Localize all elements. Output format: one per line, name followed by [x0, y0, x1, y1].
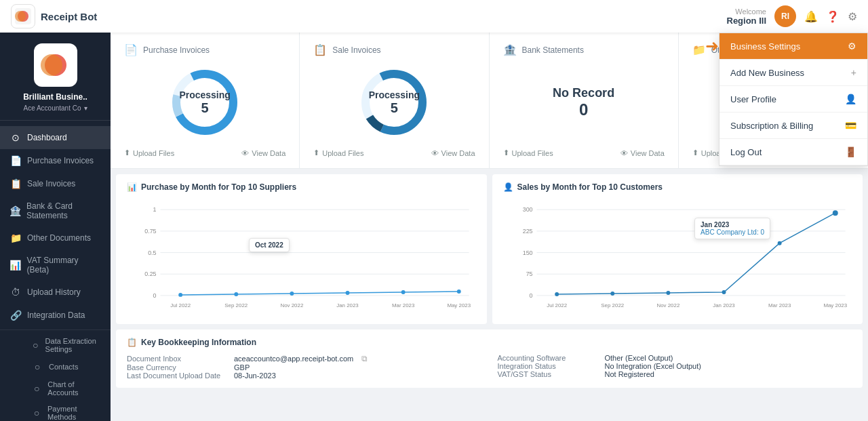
stat-card-footer-bank: ⬆ Upload Files 👁 View Data	[503, 148, 665, 157]
sidebar-item-bank-statements[interactable]: 🏦 Bank & Card Statements	[0, 195, 111, 226]
dropdown-item-add-business[interactable]: Add New Business +	[719, 60, 867, 86]
accounting-label: Accounting Software	[498, 354, 599, 362]
sidebar-item-label: Other Documents	[27, 233, 91, 243]
bar-chart-icon: 📊	[127, 182, 137, 192]
purchase-invoices-icon: 📄	[9, 155, 22, 166]
accounting-value: Other (Excel Output)	[605, 354, 673, 362]
brand-name: Brilliant Busine..	[23, 92, 87, 102]
view-data-button-pi[interactable]: 👁 View Data	[241, 149, 285, 157]
logo-icon	[11, 4, 35, 28]
integration-value: No Integration (Excel Output)	[605, 362, 701, 370]
sidebar-item-label: Bank & Card Statements	[26, 201, 101, 220]
upload-files-button-pi[interactable]: ⬆ Upload Files	[124, 148, 174, 157]
svg-point-52	[610, 292, 614, 296]
key-info-section: 📋 Key Bookkeeping Information Document I…	[116, 329, 863, 388]
sidebar: Brilliant Busine.. Ace Accountant Co ▾ ⊙…	[0, 33, 111, 421]
sale-invoices-icon: 📋	[9, 178, 22, 189]
other-docs-icon: 📁	[9, 233, 22, 243]
vat-value: Not Registered	[605, 370, 654, 378]
svg-text:Sep 2022: Sep 2022	[601, 302, 624, 308]
key-info-left: Document Inbox aceaccountco@app.receipt-…	[127, 354, 481, 380]
tooltip-val-sales: ABC Company Ltd: 0	[701, 228, 764, 236]
view-data-button-bs[interactable]: 👁 View Data	[620, 149, 665, 157]
sidebar-item-label: Sale Invoices	[27, 179, 75, 188]
bank-card-title: Bank Statements	[522, 45, 584, 55]
stat-card-purchase-invoices: 📄 Purchase Invoices Processing 5	[111, 33, 300, 168]
app-logo: Receipt Bot	[11, 4, 97, 28]
circle-icon: ○	[31, 361, 43, 372]
sidebar-item-purchase-invoices[interactable]: 📄 Purchase Invoices	[0, 149, 111, 172]
currency-label: Base Currency	[127, 363, 229, 372]
svg-point-54	[722, 290, 726, 294]
stat-card-footer: ⬆ Upload Files 👁 View Data	[124, 148, 285, 157]
key-info-grid: Document Inbox aceaccountco@app.receipt-…	[127, 354, 852, 380]
svg-text:75: 75	[526, 270, 532, 277]
bell-icon[interactable]: 🔔	[804, 10, 818, 23]
currency-value: GBP	[234, 363, 250, 372]
svg-text:0: 0	[529, 292, 532, 299]
svg-point-3	[15, 11, 26, 22]
svg-text:300: 300	[522, 206, 532, 213]
sales-chart-card: 👤 Sales by Month for Top 10 Customers 30…	[492, 174, 863, 324]
copy-icon[interactable]: ⧉	[361, 354, 368, 363]
sidebar-item-vat-summary[interactable]: 📊 VAT Summary (Beta)	[0, 249, 111, 281]
sidebar-item-payment-methods[interactable]: ○ Payment Methods	[22, 401, 111, 421]
sidebar-item-upload-history[interactable]: ⏱ Upload History	[0, 281, 111, 304]
sidebar-item-other-documents[interactable]: 📁 Other Documents	[0, 226, 111, 249]
no-record-text: No Record	[553, 86, 614, 100]
sidebar-item-label: Purchase Invoices	[27, 156, 94, 165]
donut-status: Processing	[179, 89, 230, 100]
sidebar-item-label: Dashboard	[27, 133, 67, 142]
svg-text:Mar 2023: Mar 2023	[392, 302, 415, 308]
dropdown-label: Log Out	[730, 147, 762, 157]
tooltip-date: Oct 2022	[255, 241, 283, 249]
upload-files-button-si[interactable]: ⬆ Upload Files	[313, 148, 363, 157]
view-icon: 👁	[431, 149, 439, 157]
account-switcher[interactable]: Ace Accountant Co ▾	[23, 104, 87, 112]
sales-chart-tooltip: Jan 2023 ABC Company Ltd: 0	[694, 218, 770, 239]
sidebar-item-chart-of-accounts[interactable]: ○ Chart of Accounts	[22, 376, 111, 401]
svg-text:150: 150	[522, 249, 532, 256]
sidebar-item-dashboard[interactable]: ⊙ Dashboard	[0, 126, 111, 149]
integration-label: Integration Status	[498, 362, 599, 370]
svg-point-31	[290, 292, 294, 296]
dropdown-item-business-settings[interactable]: Business Settings ⚙	[719, 33, 867, 60]
svg-text:Jan 2023: Jan 2023	[713, 302, 735, 308]
sidebar-item-integration-data[interactable]: 🔗 Integration Data	[0, 304, 111, 327]
sales-chart-title: 👤 Sales by Month for Top 10 Customers	[503, 182, 852, 192]
svg-point-6	[41, 54, 62, 76]
svg-point-30	[234, 292, 238, 296]
sidebar-item-contacts[interactable]: ○ Contacts	[22, 357, 111, 376]
tooltip-date-sales: Jan 2023	[701, 221, 764, 228]
help-icon[interactable]: ❓	[826, 10, 840, 23]
sales-chart-area: 300 225 150 75 0 Jul 2022 Sep 2022 Nov 2…	[503, 197, 852, 316]
subscription-icon: 💳	[845, 120, 856, 131]
key-info-row-currency: Base Currency GBP	[127, 363, 481, 372]
purchase-chart-tooltip: Oct 2022	[249, 238, 290, 252]
sale-invoices-card-icon: 📋	[313, 43, 327, 56]
donut-label: Processing 5	[179, 89, 230, 116]
dropdown-item-user-profile[interactable]: User Profile 👤	[719, 86, 867, 113]
upload-date-label: Last Document Upload Date	[127, 372, 229, 380]
svg-text:Jul 2022: Jul 2022	[547, 302, 567, 308]
view-data-button-si[interactable]: 👁 View Data	[431, 149, 475, 157]
dropdown-item-logout[interactable]: Log Out 🚪	[719, 139, 867, 165]
upload-files-button-bs[interactable]: ⬆ Upload Files	[503, 148, 553, 157]
circle-icon: ○	[31, 407, 42, 418]
svg-text:0: 0	[153, 292, 157, 299]
donut-count-sale: 5	[369, 100, 420, 116]
dropdown-menu: Business Settings ⚙ Add New Business + U…	[719, 33, 868, 166]
charts-row: 📊 Purchase by Month for Top 10 Suppliers…	[111, 169, 868, 329]
sidebar-item-sale-invoices[interactable]: 📋 Sale Invoices	[0, 172, 111, 195]
dropdown-item-subscription[interactable]: Subscription & Billing 💳	[719, 113, 867, 139]
sidebar-submenu: ○ Data Extraction Settings ○ Contacts ○ …	[0, 333, 111, 421]
svg-text:1: 1	[153, 206, 157, 213]
avatar[interactable]: RI	[774, 5, 796, 27]
other-docs-card-icon: 📁	[692, 43, 706, 56]
sidebar-item-data-extraction[interactable]: ○ Data Extraction Settings	[22, 333, 111, 357]
upload-icon: ⬆	[503, 148, 509, 157]
svg-text:May 2023: May 2023	[823, 302, 847, 308]
settings-icon[interactable]: ⚙	[848, 10, 857, 23]
purchase-chart-card: 📊 Purchase by Month for Top 10 Suppliers…	[116, 174, 487, 324]
donut-status-sale: Processing	[369, 89, 420, 100]
